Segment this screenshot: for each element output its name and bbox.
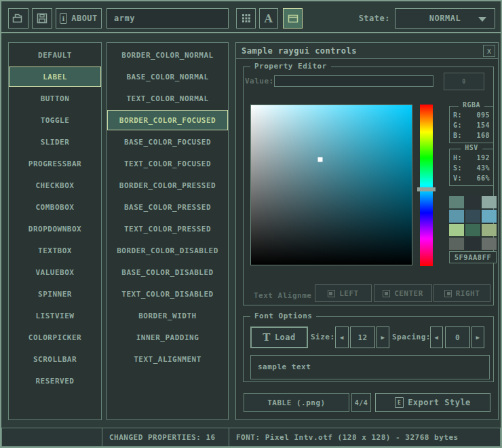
property-item-border_color_pressed[interactable]: BORDER_COLOR_PRESSED: [107, 175, 228, 195]
style-color-swatch[interactable]: [482, 224, 497, 236]
hue-slider[interactable]: [417, 187, 436, 191]
status-changed-properties: CHANGED PROPERTIES: 16: [102, 428, 229, 447]
align-right-button[interactable]: RIGHT: [433, 284, 490, 302]
property-item-border_width[interactable]: BORDER_WIDTH: [107, 305, 228, 326]
control-item-valuebox[interactable]: VALUEBOX: [9, 262, 101, 282]
property-item-text_color_disabled[interactable]: TEXT_COLOR_DISABLED: [107, 284, 228, 304]
about-button[interactable]: i ABOUT: [56, 8, 102, 29]
control-item-scrollbar[interactable]: SCROLLBAR: [9, 349, 101, 369]
arrow-right-icon: ▶: [381, 334, 385, 341]
control-item-listview[interactable]: LISTVIEW: [9, 305, 101, 326]
align-left-icon: [328, 290, 335, 297]
style-color-swatch[interactable]: [482, 238, 497, 250]
property-item-text_color_focused[interactable]: TEXT_COLOR_FOCUSED: [107, 153, 228, 174]
open-style-button[interactable]: [8, 8, 28, 29]
font-spacing-decrease-button[interactable]: ◀: [430, 326, 443, 348]
align-left-button[interactable]: LEFT: [315, 284, 372, 302]
style-name-input[interactable]: [107, 8, 229, 29]
view-grid-button[interactable]: [236, 8, 256, 29]
style-color-swatch[interactable]: [465, 224, 480, 236]
font-size-decrease-button[interactable]: ◀: [335, 326, 349, 348]
property-item-inner_padding[interactable]: INNER_PADDING: [107, 327, 228, 348]
style-color-swatch[interactable]: [465, 238, 480, 250]
control-item-reserved[interactable]: RESERVED: [9, 371, 101, 391]
property-item-text_color_pressed[interactable]: TEXT_COLOR_PRESSED: [107, 219, 228, 239]
property-item-border_color_focused[interactable]: BORDER_COLOR_FOCUSED: [107, 110, 228, 130]
align-center-button[interactable]: CENTER: [374, 284, 432, 302]
save-style-button[interactable]: [32, 8, 52, 29]
close-icon[interactable]: x: [483, 45, 495, 57]
property-item-base_color_pressed[interactable]: BASE_COLOR_PRESSED: [107, 197, 228, 217]
style-color-swatch[interactable]: [465, 196, 480, 208]
property-item-text_alignment[interactable]: TEXT_ALIGNMENT: [107, 349, 228, 369]
status-font-info: FONT: Pixel Intv.otf (128 x 128) - 32768…: [229, 428, 501, 447]
property-editor-group-label: Property Editor: [250, 62, 331, 71]
style-color-swatch[interactable]: [482, 196, 497, 208]
property-item-base_color_disabled[interactable]: BASE_COLOR_DISABLED: [107, 262, 228, 282]
font-size-label: Size:: [311, 333, 335, 341]
font-spacing-value[interactable]: 0: [445, 326, 470, 348]
value-label: Value:: [245, 77, 274, 86]
align-left-label: LEFT: [339, 289, 359, 298]
export-format-dropdown[interactable]: TABLE (.png): [244, 393, 349, 412]
style-color-swatch[interactable]: [465, 210, 480, 222]
style-color-swatch[interactable]: [449, 196, 464, 208]
state-dropdown[interactable]: NORMAL: [395, 8, 495, 29]
style-color-swatch[interactable]: [449, 210, 464, 222]
toolbar-divider: [1, 32, 501, 33]
property-item-border_color_disabled[interactable]: BORDER_COLOR_DISABLED: [107, 240, 228, 261]
font-options-group-label: Font Options: [250, 312, 316, 320]
export-style-button[interactable]: E Export Style: [375, 393, 490, 412]
control-item-toggle[interactable]: TOGGLE: [9, 110, 101, 130]
property-item-border_color_normal[interactable]: BORDER_COLOR_NORMAL: [107, 45, 228, 65]
style-color-swatch[interactable]: [449, 224, 464, 236]
control-item-dropdownbox[interactable]: DROPDOWNBOX: [9, 219, 101, 239]
align-right-label: RIGHT: [456, 289, 480, 298]
value-input[interactable]: [274, 75, 433, 87]
about-button-label: ABOUT: [71, 14, 98, 23]
align-center-label: CENTER: [394, 289, 423, 298]
font-size-value[interactable]: 12: [350, 326, 375, 348]
property-item-text_color_normal[interactable]: TEXT_COLOR_NORMAL: [107, 88, 228, 109]
control-item-default[interactable]: DEFAULT: [9, 45, 101, 65]
control-item-slider[interactable]: SLIDER: [9, 132, 101, 152]
value-apply-button[interactable]: 0: [444, 73, 484, 90]
g-label: G:: [453, 122, 462, 129]
status-bar: CHANGED PROPERTIES: 16 FONT: Pixel Intv.…: [1, 428, 501, 447]
control-item-spinner[interactable]: SPINNER: [9, 284, 101, 304]
hue-bar[interactable]: [420, 105, 433, 266]
control-item-button[interactable]: BUTTON: [9, 88, 101, 109]
chevron-down-icon: [478, 17, 486, 22]
font-spacing-increase-button[interactable]: ▶: [471, 326, 484, 348]
hex-color-input[interactable]: 5F9AA8FF: [449, 251, 497, 263]
view-controls-button[interactable]: [283, 8, 303, 29]
color-picker-panel[interactable]: [250, 105, 412, 265]
align-center-icon: [383, 290, 390, 297]
color-picker-marker[interactable]: [317, 157, 322, 162]
b-label: B:: [453, 132, 462, 139]
arrow-left-icon: ◀: [340, 334, 344, 341]
window-titlebar[interactable]: Sample raygui controls: [236, 43, 498, 59]
property-item-base_color_normal[interactable]: BASE_COLOR_NORMAL: [107, 67, 228, 87]
export-format-counter: 4/4: [351, 393, 371, 412]
rgba-group-label: RGBA: [459, 101, 484, 109]
style-color-swatch[interactable]: [449, 238, 464, 250]
control-item-checkbox[interactable]: CHECKBOX: [9, 175, 101, 195]
text-alignment-label: Text Alignme: [254, 291, 313, 300]
property-item-base_color_focused[interactable]: BASE_COLOR_FOCUSED: [107, 132, 228, 152]
font-size-increase-button[interactable]: ▶: [376, 326, 389, 348]
view-font-button[interactable]: A: [259, 8, 278, 29]
v-label: V:: [453, 174, 462, 182]
control-item-progressbar[interactable]: PROGRESSBAR: [9, 153, 101, 174]
style-color-swatch[interactable]: [482, 210, 497, 222]
font-load-button[interactable]: T Load: [250, 326, 308, 348]
v-value: 66%: [476, 174, 490, 182]
control-item-textbox[interactable]: TEXTBOX: [9, 240, 101, 261]
control-item-colorpicker[interactable]: COLORPICKER: [9, 327, 101, 348]
control-item-label[interactable]: LABEL: [9, 67, 101, 87]
control-item-combobox[interactable]: COMBOBOX: [9, 197, 101, 217]
sample-text-input[interactable]: sample text: [250, 355, 490, 379]
state-dropdown-value: NORMAL: [429, 14, 461, 23]
export-style-label: Export Style: [408, 398, 471, 407]
font-spacing-label: Spacing:: [392, 333, 431, 341]
